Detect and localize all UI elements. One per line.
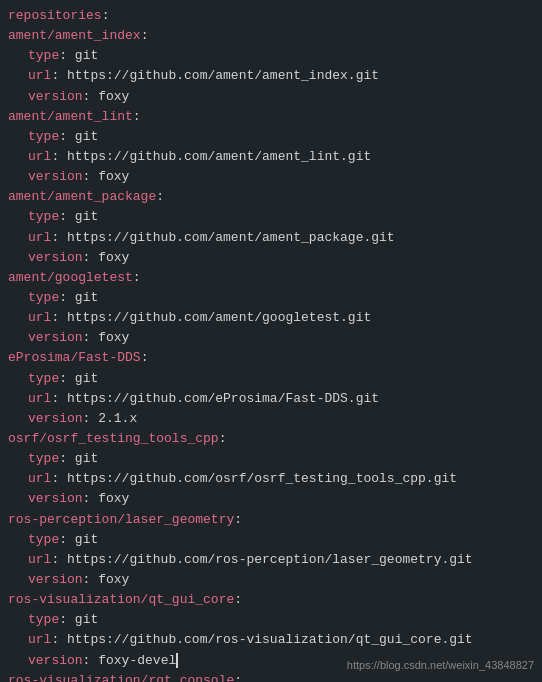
value-text: : xyxy=(59,48,75,63)
value-text: foxy xyxy=(98,572,129,587)
value-text: : https://github.com/ament/ament_lint.gi… xyxy=(51,149,371,164)
code-line: url: https://github.com/ros-visualizatio… xyxy=(8,630,534,650)
value-text: git xyxy=(75,290,98,305)
code-line: version: foxy xyxy=(8,570,534,590)
value-text: : https://github.com/ros-visualization/q… xyxy=(51,632,472,647)
value-text: : xyxy=(59,612,75,627)
key-text: url xyxy=(28,552,51,567)
value-text: foxy-devel xyxy=(98,653,176,668)
value-text: foxy xyxy=(98,250,129,265)
key-text: type xyxy=(28,532,59,547)
key-text: url xyxy=(28,149,51,164)
value-text: git xyxy=(75,48,98,63)
code-line: url: https://github.com/ament/ament_lint… xyxy=(8,147,534,167)
code-line: type: git xyxy=(8,610,534,630)
value-text xyxy=(176,653,178,668)
key-text: ros-visualization/qt_gui_core xyxy=(8,592,234,607)
key-text: url xyxy=(28,391,51,406)
code-line: url: https://github.com/ament/googletest… xyxy=(8,308,534,328)
value-text: : xyxy=(156,189,164,204)
value-text: 2.1.x xyxy=(98,411,137,426)
key-text: type xyxy=(28,612,59,627)
key-text: ament/ament_package xyxy=(8,189,156,204)
key-text: version xyxy=(28,330,83,345)
value-text: git xyxy=(75,209,98,224)
value-text: : xyxy=(59,532,75,547)
code-line: version: foxy xyxy=(8,489,534,509)
value-text: git xyxy=(75,612,98,627)
value-text: : xyxy=(234,673,242,682)
value-text: : https://github.com/eProsima/Fast-DDS.g… xyxy=(51,391,379,406)
key-text: type xyxy=(28,129,59,144)
value-text: : https://github.com/ament/ament_package… xyxy=(51,230,394,245)
code-line: ros-perception/laser_geometry: xyxy=(8,510,534,530)
code-line: url: https://github.com/ament/ament_inde… xyxy=(8,66,534,86)
key-text: ament/ament_index xyxy=(8,28,141,43)
value-text: : https://github.com/ament/googletest.gi… xyxy=(51,310,371,325)
key-text: url xyxy=(28,230,51,245)
value-text: : xyxy=(83,250,99,265)
code-line: type: git xyxy=(8,207,534,227)
value-text: : xyxy=(234,512,242,527)
key-text: type xyxy=(28,209,59,224)
key-text: version xyxy=(28,653,83,668)
value-text: : xyxy=(141,350,149,365)
code-line: type: git xyxy=(8,46,534,66)
code-line: version: foxy xyxy=(8,328,534,348)
code-line: url: https://github.com/ament/ament_pack… xyxy=(8,228,534,248)
key-text: url xyxy=(28,310,51,325)
key-text: ament/ament_lint xyxy=(8,109,133,124)
value-text: : xyxy=(102,8,110,23)
value-text: : https://github.com/osrf/osrf_testing_t… xyxy=(51,471,457,486)
key-text: eProsima/Fast-DDS xyxy=(8,350,141,365)
value-text: : xyxy=(59,129,75,144)
code-line: ament/ament_package: xyxy=(8,187,534,207)
value-text: : xyxy=(83,411,99,426)
key-text: type xyxy=(28,371,59,386)
key-text: osrf/osrf_testing_tools_cpp xyxy=(8,431,219,446)
key-text: url xyxy=(28,68,51,83)
code-line: type: git xyxy=(8,530,534,550)
key-text: version xyxy=(28,411,83,426)
key-text: version xyxy=(28,572,83,587)
code-line: eProsima/Fast-DDS: xyxy=(8,348,534,368)
code-line: version: foxy xyxy=(8,167,534,187)
value-text: git xyxy=(75,451,98,466)
value-text: : xyxy=(133,109,141,124)
code-line: version: foxy xyxy=(8,87,534,107)
key-text: url xyxy=(28,632,51,647)
key-text: url xyxy=(28,471,51,486)
value-text: foxy xyxy=(98,169,129,184)
value-text: git xyxy=(75,129,98,144)
code-line: type: git xyxy=(8,449,534,469)
value-text: : xyxy=(234,592,242,607)
code-line: url: https://github.com/ros-perception/l… xyxy=(8,550,534,570)
code-line: ament/ament_lint: xyxy=(8,107,534,127)
value-text: : xyxy=(83,89,99,104)
code-line: ament/googletest: xyxy=(8,268,534,288)
value-text: foxy xyxy=(98,330,129,345)
code-line: url: https://github.com/eProsima/Fast-DD… xyxy=(8,389,534,409)
key-text: ros-perception/laser_geometry xyxy=(8,512,234,527)
value-text: : xyxy=(83,330,99,345)
code-line: repositories: xyxy=(8,6,534,26)
value-text: : xyxy=(219,431,227,446)
key-text: repositories xyxy=(8,8,102,23)
value-text: : xyxy=(59,451,75,466)
watermark: https://blog.csdn.net/weixin_43848827 xyxy=(347,657,534,674)
code-line: osrf/osrf_testing_tools_cpp: xyxy=(8,429,534,449)
value-text: : xyxy=(133,270,141,285)
value-text: : xyxy=(83,169,99,184)
value-text: : https://github.com/ros-perception/lase… xyxy=(51,552,472,567)
code-line: ros-visualization/qt_gui_core: xyxy=(8,590,534,610)
code-line: version: foxy xyxy=(8,248,534,268)
key-text: type xyxy=(28,451,59,466)
value-text: : xyxy=(141,28,149,43)
value-text: foxy xyxy=(98,89,129,104)
code-line: ament/ament_index: xyxy=(8,26,534,46)
code-line: type: git xyxy=(8,369,534,389)
code-line: type: git xyxy=(8,127,534,147)
code-line: url: https://github.com/osrf/osrf_testin… xyxy=(8,469,534,489)
value-text: foxy xyxy=(98,491,129,506)
key-text: ament/googletest xyxy=(8,270,133,285)
